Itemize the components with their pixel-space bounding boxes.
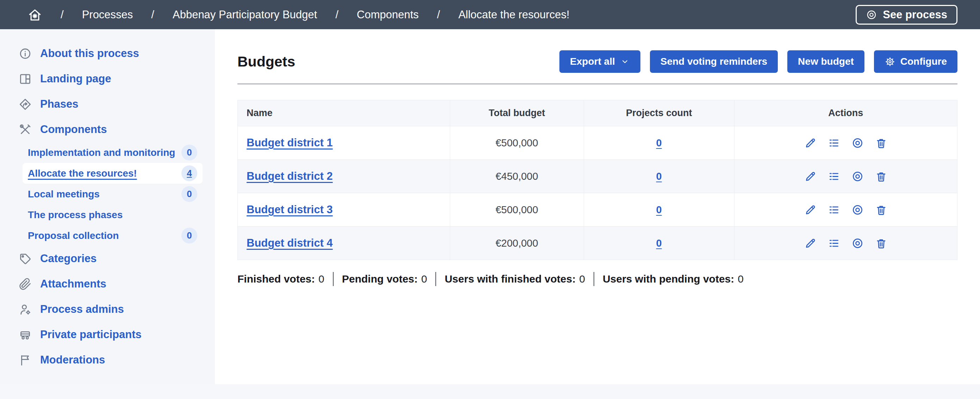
pencil-icon bbox=[804, 204, 816, 216]
sidebar-item-attachments[interactable]: Attachments bbox=[0, 271, 215, 297]
stat-separator bbox=[435, 272, 436, 286]
sidebar-item-about[interactable]: About this process bbox=[0, 41, 215, 66]
manage-projects-button[interactable] bbox=[828, 170, 840, 183]
projects-count-link[interactable]: 0 bbox=[656, 204, 662, 215]
stat-separator bbox=[593, 272, 594, 286]
stat-label: Pending votes: bbox=[342, 273, 418, 285]
breadcrumb: / Processes / Abbenay Participatory Budg… bbox=[27, 7, 570, 22]
budget-name-link[interactable]: Budget district 3 bbox=[247, 203, 333, 216]
gear-icon bbox=[885, 56, 896, 67]
table-row: Budget district 2 €450,000 0 bbox=[238, 160, 958, 193]
stat-value: 0 bbox=[421, 273, 427, 285]
sidebar-subitem-implementation[interactable]: Implementation and monitoring 0 bbox=[22, 142, 202, 163]
sidebar-subitem-proposal-collection[interactable]: Proposal collection 0 bbox=[22, 225, 202, 246]
eye-icon bbox=[851, 170, 864, 183]
sidebar-item-label: Attachments bbox=[40, 278, 107, 290]
budget-name-link[interactable]: Budget district 1 bbox=[247, 136, 333, 149]
preview-button[interactable] bbox=[851, 237, 864, 249]
breadcrumb-separator: / bbox=[151, 8, 154, 21]
count-badge: 0 bbox=[181, 228, 197, 244]
home-icon[interactable] bbox=[27, 7, 42, 22]
projects-count-link[interactable]: 0 bbox=[656, 137, 662, 149]
total-budget-value: €450,000 bbox=[450, 160, 584, 193]
eye-icon bbox=[851, 204, 864, 216]
sidebar-item-categories[interactable]: Categories bbox=[0, 246, 215, 271]
edit-button[interactable] bbox=[804, 237, 816, 249]
admin-page: / Processes / Abbenay Participatory Budg… bbox=[0, 0, 980, 399]
sidebar-subitem-process-phases[interactable]: The process phases bbox=[22, 204, 202, 225]
preview-button[interactable] bbox=[851, 170, 864, 183]
sidebar-item-process-admins[interactable]: Process admins bbox=[0, 297, 215, 322]
list-icon bbox=[828, 204, 840, 216]
breadcrumb-item-process-name[interactable]: Abbenay Participatory Budget bbox=[173, 8, 317, 21]
preview-button[interactable] bbox=[851, 204, 864, 216]
main-content: Budgets Export all Send voting reminders… bbox=[215, 29, 980, 384]
pencil-icon bbox=[804, 137, 816, 149]
trash-icon bbox=[875, 170, 887, 183]
sidebar-item-label: Moderations bbox=[40, 354, 105, 366]
send-voting-reminders-label: Send voting reminders bbox=[660, 56, 767, 67]
delete-button[interactable] bbox=[875, 204, 887, 216]
breadcrumb-separator: / bbox=[336, 8, 339, 21]
configure-button[interactable]: Configure bbox=[874, 50, 958, 73]
manage-projects-button[interactable] bbox=[828, 137, 840, 149]
count-badge: 0 bbox=[181, 186, 197, 202]
delete-button[interactable] bbox=[875, 170, 887, 183]
eye-icon bbox=[851, 137, 864, 149]
configure-label: Configure bbox=[900, 56, 947, 67]
sidebar-subitem-local-meetings[interactable]: Local meetings 0 bbox=[22, 184, 202, 204]
delete-button[interactable] bbox=[875, 237, 887, 249]
tag-icon bbox=[19, 252, 32, 265]
manage-projects-button[interactable] bbox=[828, 237, 840, 249]
delete-button[interactable] bbox=[875, 137, 887, 149]
budgets-table: Name Total budget Projects count Actions… bbox=[237, 100, 958, 260]
trash-icon bbox=[875, 137, 887, 149]
send-voting-reminders-button[interactable]: Send voting reminders bbox=[650, 50, 778, 73]
edit-button[interactable] bbox=[804, 137, 816, 149]
sidebar-item-label: Components bbox=[40, 123, 107, 136]
new-budget-button[interactable]: New budget bbox=[788, 50, 864, 73]
sidebar-item-components[interactable]: Components bbox=[0, 117, 215, 142]
export-all-button[interactable]: Export all bbox=[559, 50, 640, 73]
edit-button[interactable] bbox=[804, 170, 816, 183]
sidebar-subitem-label: Implementation and monitoring bbox=[28, 147, 175, 158]
budget-name-link[interactable]: Budget district 4 bbox=[247, 237, 333, 249]
sidebar-subitem-label: The process phases bbox=[28, 209, 123, 221]
sidebar-subitem-allocate-resources[interactable]: Allocate the resources! 4 bbox=[22, 163, 202, 184]
sidebar-item-phases[interactable]: Phases bbox=[0, 92, 215, 117]
see-process-button[interactable]: See process bbox=[856, 5, 958, 25]
stat-value: 0 bbox=[579, 273, 585, 285]
sidebar-item-label: Categories bbox=[40, 252, 97, 265]
pencil-icon bbox=[804, 170, 816, 183]
trash-icon bbox=[875, 237, 887, 249]
breadcrumb-item-components[interactable]: Components bbox=[357, 8, 419, 21]
breadcrumb-item-current-component[interactable]: Allocate the resources! bbox=[458, 8, 569, 21]
stat-value: 0 bbox=[738, 273, 744, 285]
list-icon bbox=[828, 237, 840, 249]
table-row: Budget district 3 €500,000 0 bbox=[238, 193, 958, 226]
column-header-name: Name bbox=[238, 100, 450, 126]
projects-count-link[interactable]: 0 bbox=[656, 171, 662, 182]
stat-value: 0 bbox=[318, 273, 325, 285]
sidebar-item-landing-page[interactable]: Landing page bbox=[0, 66, 215, 92]
total-budget-value: €200,000 bbox=[450, 226, 584, 260]
sidebar-item-moderations[interactable]: Moderations bbox=[0, 347, 215, 373]
projects-count-link[interactable]: 0 bbox=[656, 238, 662, 249]
edit-button[interactable] bbox=[804, 204, 816, 216]
sidebar-subitem-label: Proposal collection bbox=[28, 230, 119, 241]
total-budget-value: €500,000 bbox=[450, 126, 584, 160]
user-gear-icon bbox=[19, 303, 32, 316]
new-budget-label: New budget bbox=[798, 56, 854, 67]
sidebar-item-private-participants[interactable]: Private participants bbox=[0, 322, 215, 347]
preview-button[interactable] bbox=[851, 137, 864, 149]
stat-separator bbox=[333, 272, 334, 286]
table-row: Budget district 1 €500,000 0 bbox=[238, 126, 958, 160]
breadcrumb-item-processes[interactable]: Processes bbox=[82, 8, 133, 21]
see-process-label: See process bbox=[883, 8, 947, 21]
column-header-total-budget: Total budget bbox=[450, 100, 584, 126]
eye-icon bbox=[866, 9, 877, 21]
manage-projects-button[interactable] bbox=[828, 204, 840, 216]
page-footer-strip bbox=[0, 384, 980, 399]
budget-name-link[interactable]: Budget district 2 bbox=[247, 170, 333, 182]
sidebar-item-label: Private participants bbox=[40, 328, 142, 341]
